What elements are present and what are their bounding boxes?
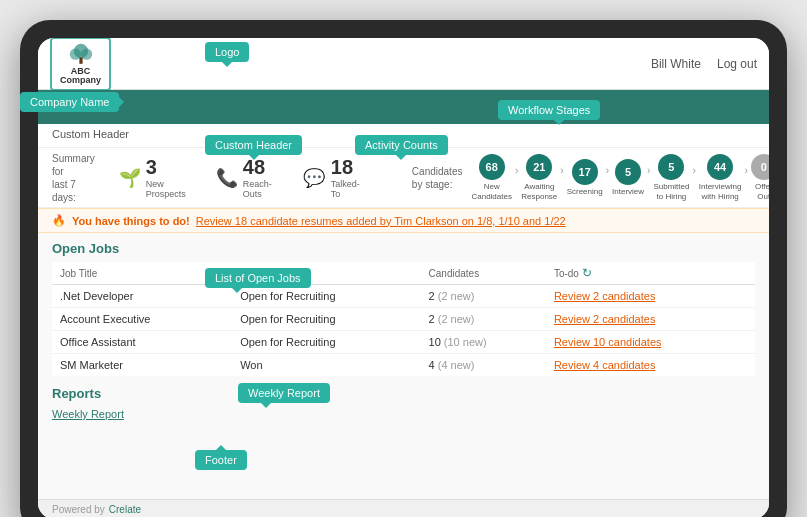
- alert-icon: 🔥: [52, 214, 66, 227]
- table-row: Account Executive Open for Recruiting 2 …: [52, 308, 755, 331]
- footer-brand[interactable]: Crelate: [109, 504, 141, 515]
- reports-section: Reports Weekly Report: [52, 386, 755, 421]
- arrow-5: ›: [692, 165, 695, 176]
- job-title-2: Account Executive: [52, 308, 232, 331]
- stage-name-7: Offer Out: [751, 182, 769, 201]
- summary-label: Summary for last 7 days:: [52, 152, 95, 204]
- logout-link[interactable]: Log out: [717, 57, 757, 71]
- stage-circle-5: 5: [658, 154, 684, 180]
- job-candidates-4: 4 (4 new): [421, 354, 546, 377]
- logo-svg: [65, 43, 97, 67]
- arrow-4: ›: [647, 165, 650, 176]
- talkedto-desc: Talked-To: [331, 179, 364, 199]
- stage-name-6: Interviewing with Hiring: [699, 182, 742, 201]
- stage-interviewing-hiring: 44 Interviewing with Hiring: [699, 154, 742, 201]
- col-candidates: Candidates: [421, 262, 546, 285]
- stage-offer-out: 0 Offer Out: [751, 154, 769, 201]
- prospects-count: 3: [146, 156, 192, 179]
- tablet-screen: ABC Company Bill White Log out Crelate C…: [38, 38, 769, 517]
- review-link-4[interactable]: Review 4 candidates: [554, 359, 656, 371]
- review-link-2[interactable]: Review 2 candidates: [554, 313, 656, 325]
- job-status-4: Won: [232, 354, 420, 377]
- stage-new-candidates: 68 New Candidates: [471, 154, 511, 201]
- job-status-2: Open for Recruiting: [232, 308, 420, 331]
- summary-item-prospects: 🌱 3 New Prospects: [119, 156, 192, 199]
- job-candidates-3: 10 (10 new): [421, 331, 546, 354]
- stage-name-1: New Candidates: [471, 182, 511, 201]
- pipeline-section: Candidates by stage: 68 New Candidates ›…: [412, 154, 769, 201]
- main-content: Open Jobs Job Title Status Candidates To…: [38, 233, 769, 499]
- table-row: Office Assistant Open for Recruiting 10 …: [52, 331, 755, 354]
- custom-header-label: Custom Header: [52, 128, 129, 140]
- job-title-1: .Net Developer: [52, 285, 232, 308]
- table-row: .Net Developer Open for Recruiting 2 (2 …: [52, 285, 755, 308]
- reachouts-count: 48: [243, 156, 278, 179]
- svg-point-1: [69, 48, 80, 59]
- stage-name-4: Interview: [612, 187, 644, 197]
- weekly-report-link[interactable]: Weekly Report: [52, 408, 124, 420]
- reachouts-icon: 📞: [216, 164, 238, 192]
- app-title: Crelate: [52, 100, 96, 115]
- stage-name-2: Awaiting Response: [521, 182, 557, 201]
- pipeline-stages: 68 New Candidates › 21 Awaiting Response…: [468, 154, 769, 201]
- nav-header: Crelate: [38, 90, 769, 124]
- svg-point-2: [81, 48, 92, 59]
- prospects-icon: 🌱: [119, 164, 141, 192]
- stage-name-3: Screening: [567, 187, 603, 197]
- nav-links: Bill White Log out: [651, 57, 757, 71]
- stage-circle-7: 0: [751, 154, 769, 180]
- arrow-2: ›: [560, 165, 563, 176]
- logo-box: ABC Company: [50, 38, 111, 91]
- job-status-3: Open for Recruiting: [232, 331, 420, 354]
- stage-awaiting: 21 Awaiting Response: [521, 154, 557, 201]
- stage-interview: 5 Interview: [612, 159, 644, 197]
- col-job-title: Job Title: [52, 262, 232, 285]
- job-title-4: SM Marketer: [52, 354, 232, 377]
- arrow-6: ›: [744, 165, 747, 176]
- stage-circle-6: 44: [707, 154, 733, 180]
- col-status: Status: [232, 262, 420, 285]
- summary-bar: Summary for last 7 days: 🌱 3 New Prospec…: [38, 148, 769, 208]
- job-status-1: Open for Recruiting: [232, 285, 420, 308]
- footer-text: Powered by: [52, 504, 105, 515]
- review-link-3[interactable]: Review 10 candidates: [554, 336, 662, 348]
- alert-bar: 🔥 You have things to do! Review 18 candi…: [38, 208, 769, 233]
- footer-bar: Powered by Crelate: [38, 499, 769, 517]
- open-jobs-title: Open Jobs: [52, 241, 755, 256]
- sub-header: Custom Header: [38, 124, 769, 148]
- reachouts-desc: Reach-Outs: [243, 179, 278, 199]
- col-todo: To-do ↻: [546, 262, 755, 285]
- arrow-1: ›: [515, 165, 518, 176]
- arrow-3: ›: [606, 165, 609, 176]
- stage-name-5: Submitted to Hiring: [653, 182, 689, 201]
- summary-item-reachouts: 📞 48 Reach-Outs: [216, 156, 278, 199]
- stage-circle-3: 17: [572, 159, 598, 185]
- review-link-1[interactable]: Review 2 candidates: [554, 290, 656, 302]
- alert-bold: You have things to do!: [72, 215, 190, 227]
- job-candidates-1: 2 (2 new): [421, 285, 546, 308]
- tablet-frame: ABC Company Bill White Log out Crelate C…: [20, 20, 787, 517]
- jobs-table: Job Title Status Candidates To-do ↻ .Net…: [52, 262, 755, 376]
- screen-wrapper: ABC Company Bill White Log out Crelate C…: [20, 20, 787, 517]
- summary-item-talkedto: 💬 18 Talked-To: [302, 156, 364, 199]
- table-row: SM Marketer Won 4 (4 new) Review 4 candi…: [52, 354, 755, 377]
- reports-title: Reports: [52, 386, 755, 401]
- stage-circle-2: 21: [526, 154, 552, 180]
- stage-circle-1: 68: [479, 154, 505, 180]
- talkedto-count: 18: [331, 156, 364, 179]
- pipeline-label: Candidates by stage:: [412, 165, 463, 191]
- alert-link[interactable]: Review 18 candidate resumes added by Tim…: [196, 215, 566, 227]
- user-name: Bill White: [651, 57, 701, 71]
- talkedto-icon: 💬: [302, 164, 326, 192]
- refresh-icon[interactable]: ↻: [582, 266, 592, 280]
- stage-screening: 17 Screening: [567, 159, 603, 197]
- company-suffix-text: Company: [60, 76, 101, 85]
- stage-circle-4: 5: [615, 159, 641, 185]
- top-bar: ABC Company Bill White Log out: [38, 38, 769, 90]
- job-candidates-2: 2 (2 new): [421, 308, 546, 331]
- job-title-3: Office Assistant: [52, 331, 232, 354]
- stage-submitted: 5 Submitted to Hiring: [653, 154, 689, 201]
- svg-rect-3: [79, 57, 82, 63]
- prospects-desc: New Prospects: [146, 179, 192, 199]
